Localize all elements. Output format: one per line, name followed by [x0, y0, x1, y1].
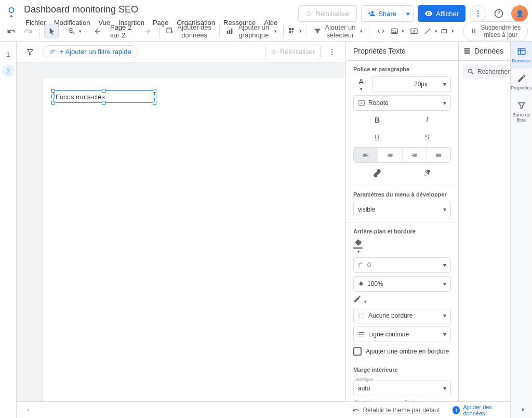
canvas-area[interactable]: + Ajouter un filtre rapide Réinitialiser…	[17, 42, 345, 418]
footer-next[interactable]	[520, 406, 527, 415]
canvas-more-button[interactable]	[325, 45, 339, 59]
selected-text-box[interactable]: Focus mots-clés	[53, 90, 155, 103]
undo-icon	[7, 27, 16, 36]
border-style-dropdown[interactable]: Aucune bordure▾	[353, 308, 451, 323]
resize-handle-w[interactable]	[51, 95, 55, 98]
interline-dropdown[interactable]: auto▾	[353, 381, 451, 396]
app-header: Dashboard monitoring SEO Fichier Modific…	[0, 0, 532, 21]
svg-point-2	[477, 10, 479, 12]
resize-handle-nw[interactable]	[51, 89, 55, 93]
canvas-toolbar: + Ajouter un filtre rapide Réinitialiser	[17, 42, 345, 62]
prev-page-button[interactable]	[90, 24, 105, 38]
arrow-right-icon	[143, 27, 152, 35]
add-selector-button[interactable]: Ajouter un sélecteur	[311, 24, 365, 38]
svg-point-30	[331, 49, 332, 50]
rail-tab-data[interactable]: Données	[511, 42, 532, 69]
svg-line-26	[425, 28, 431, 34]
page-canvas[interactable]: Focus mots-clés	[43, 78, 345, 411]
font-size-dropdown[interactable]: 20px▾	[372, 76, 451, 92]
doc-title[interactable]: Dashboard monitoring SEO	[22, 3, 298, 16]
svg-point-23	[393, 30, 394, 31]
community-button[interactable]	[288, 24, 302, 38]
edit-icon	[517, 74, 526, 83]
align-justify-button[interactable]	[427, 148, 450, 162]
svg-rect-40	[464, 50, 470, 52]
svg-point-32	[331, 54, 332, 55]
more-button[interactable]	[470, 5, 486, 22]
plus-icon: +	[453, 406, 460, 414]
shape-button[interactable]	[440, 24, 455, 38]
svg-rect-27	[442, 29, 447, 33]
app-logo[interactable]	[4, 5, 19, 20]
image-button[interactable]	[390, 24, 405, 38]
share-button[interactable]: Share	[361, 5, 403, 22]
pages-rail: 1 2	[0, 42, 17, 418]
rail-tab-props[interactable]: Propriétés	[511, 69, 532, 96]
align-left-button[interactable]	[354, 148, 378, 162]
image-icon	[390, 27, 398, 35]
opacity-dropdown[interactable]: 100%▾	[353, 276, 451, 292]
border-line-dropdown[interactable]: Ligne continue▾	[353, 326, 451, 342]
filter-icon-button[interactable]	[23, 45, 37, 59]
user-avatar[interactable]: 👤	[511, 5, 528, 22]
data-search-input[interactable]: Rechercher	[463, 65, 506, 79]
view-button[interactable]: Afficher	[418, 5, 466, 22]
data-footer-add[interactable]: + Ajouter des données	[453, 401, 510, 418]
resize-handle-n[interactable]	[102, 89, 105, 93]
page-2[interactable]: 2	[2, 64, 15, 77]
text-icon: A	[410, 27, 418, 35]
svg-point-0	[9, 8, 14, 12]
redo-icon	[23, 27, 33, 36]
text-button[interactable]: A	[407, 24, 421, 38]
resize-handle-ne[interactable]	[153, 89, 156, 93]
underline-button[interactable]: U	[353, 129, 401, 144]
pause-icon	[470, 28, 477, 35]
toolbar: Page 2 sur 2 Ajouter des données Ajouter…	[0, 21, 532, 42]
data-icon	[463, 47, 471, 55]
align-center-button[interactable]	[378, 148, 403, 162]
resize-handle-sw[interactable]	[51, 101, 55, 104]
right-rail: Données Propriétés Barre de filtre	[510, 42, 532, 418]
add-chart-button[interactable]: Ajouter un graphique	[223, 24, 279, 38]
zoom-button[interactable]	[67, 24, 82, 38]
svg-text:?: ?	[497, 10, 500, 16]
person-add-icon	[368, 10, 375, 17]
resize-handle-e[interactable]	[153, 95, 156, 98]
resize-handle-se[interactable]	[153, 101, 156, 104]
expand-section-title: Paramètres du menu à développer	[353, 191, 451, 198]
italic-button[interactable]: I	[403, 113, 451, 127]
canvas-footer	[17, 401, 340, 418]
rail-tab-filter[interactable]: Barre de filtre	[511, 96, 532, 128]
shadow-checkbox[interactable]	[353, 347, 362, 356]
strikethrough-button[interactable]: S	[403, 129, 451, 144]
bold-button[interactable]: B	[353, 113, 401, 127]
select-tool[interactable]	[44, 24, 59, 38]
arrow-left-icon	[94, 27, 102, 35]
quick-filter-chip[interactable]: + Ajouter un filtre rapide	[43, 45, 138, 58]
font-color-button[interactable]: A ▾	[353, 77, 369, 92]
line-button[interactable]	[423, 24, 438, 38]
page-1[interactable]: 1	[2, 48, 15, 60]
border-color-button[interactable]	[353, 295, 367, 305]
pause-updates-button[interactable]: Suspendre les mises à jour	[463, 21, 528, 41]
line-style-icon	[358, 331, 365, 338]
fill-color-button[interactable]	[353, 239, 363, 254]
embed-button[interactable]	[374, 24, 388, 38]
redo-button[interactable]	[21, 24, 35, 38]
page-indicator: Page 2 sur 2	[107, 23, 138, 39]
clear-format-button[interactable]	[403, 166, 451, 180]
align-right-button[interactable]	[403, 148, 427, 162]
svg-rect-18	[292, 28, 294, 30]
border-radius-dropdown[interactable]: 0▾	[353, 257, 451, 273]
add-data-button[interactable]: Ajouter des données	[164, 24, 215, 38]
font-family-dropdown[interactable]: ARoboto ▾	[353, 95, 451, 111]
share-dropdown[interactable]: ▾	[403, 5, 414, 22]
link-button[interactable]	[353, 166, 401, 180]
props-footer[interactable]: Rétablir le thème par défaut	[340, 401, 453, 418]
undo-button[interactable]	[4, 24, 19, 38]
help-button[interactable]: ?	[490, 5, 507, 22]
pen-icon	[353, 295, 362, 303]
resize-handle-s[interactable]	[102, 101, 105, 104]
undo-icon	[352, 407, 360, 414]
expand-dropdown[interactable]: visible▾	[353, 202, 451, 217]
